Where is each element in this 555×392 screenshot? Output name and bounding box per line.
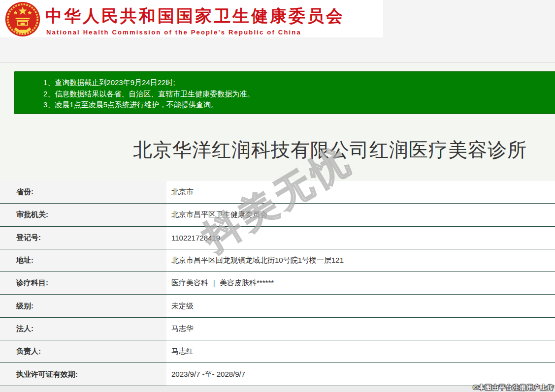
field-value: 未定级 [166, 295, 555, 317]
field-label: 诊疗科目: [0, 272, 166, 294]
table-row-treatment-subjects: 诊疗科目: 医疗美容科 ｜ 美容皮肤科****** [0, 272, 555, 295]
table-row-license-validity: 执业许可证有效期: 2023/9/7 -至- 2028/9/7 [0, 363, 555, 386]
site-banner: 中华人民共和国国家卫生健康委员会 National Health Commiss… [0, 0, 383, 37]
national-emblem-icon [5, 1, 40, 37]
header-divider [0, 62, 555, 62]
institution-detail-table: 省份: 北京市 审批机关: 北京市昌平区卫生健康委员会 登记号: 1102217… [0, 181, 555, 386]
field-value: 北京市昌平区回龙观镇龙域北街10号院1号楼一层121 [166, 249, 555, 271]
org-name-cn: 中华人民共和国国家卫生健康委员会 [45, 5, 345, 28]
field-label: 执业许可证有效期: [0, 363, 166, 385]
field-label: 地址: [0, 249, 166, 271]
upload-credit-label: ©本图由平台注册用户上传 [473, 383, 554, 392]
notice-line-1: 1、查询数据截止到2023年9月24日22时; [43, 77, 555, 89]
table-row-person-in-charge: 负责人: 马志红 [0, 340, 555, 363]
table-row-registration-number: 登记号: 110221728419 [0, 227, 555, 249]
banner-text-block: 中华人民共和国国家卫生健康委员会 National Health Commiss… [45, 0, 380, 37]
notice-padding [15, 72, 555, 77]
field-value: 医疗美容科 ｜ 美容皮肤科****** [166, 272, 555, 294]
table-row-level: 级别: 未定级 [0, 295, 555, 317]
bottom-strip [0, 386, 555, 392]
field-value: 马志华 [166, 318, 555, 340]
field-value: 110221728419 [166, 227, 555, 249]
field-value: 北京市 [166, 181, 555, 203]
notice-line-2: 2、信息数据结果以各省、自治区、直辖市卫生健康委数据为准。 [43, 89, 555, 100]
field-label: 省份: [0, 181, 166, 203]
field-label: 登记号: [0, 227, 166, 249]
table-row-province: 省份: 北京市 [0, 181, 555, 204]
page-root: 中华人民共和国国家卫生健康委员会 National Health Commiss… [0, 0, 555, 392]
table-row-legal-person: 法人: 马志华 [0, 318, 555, 340]
field-label: 级别: [0, 295, 166, 317]
notice-box: 1、查询数据截止到2023年9月24日22时; 2、信息数据结果以各省、自治区、… [14, 71, 555, 114]
field-value: 2023/9/7 -至- 2028/9/7 [166, 363, 555, 385]
table-row-approval-authority: 审批机关: 北京市昌平区卫生健康委员会 [0, 204, 555, 226]
field-label: 法人: [0, 318, 166, 340]
org-name-en: National Health Commission of the People… [46, 29, 301, 36]
field-label: 审批机关: [0, 204, 166, 226]
field-value: 马志红 [166, 340, 555, 362]
notice-line-3: 3、凌晨1点至凌晨5点系统进行维护，不能提供查询。 [43, 99, 555, 111]
table-row-address: 地址: 北京市昌平区回龙观镇龙域北街10号院1号楼一层121 [0, 249, 555, 272]
field-value: 北京市昌平区卫生健康委员会 [166, 204, 555, 226]
institution-title: 北京华洋红润科技有限公司红润医疗美容诊所 [0, 137, 555, 163]
field-label: 负责人: [0, 340, 166, 362]
